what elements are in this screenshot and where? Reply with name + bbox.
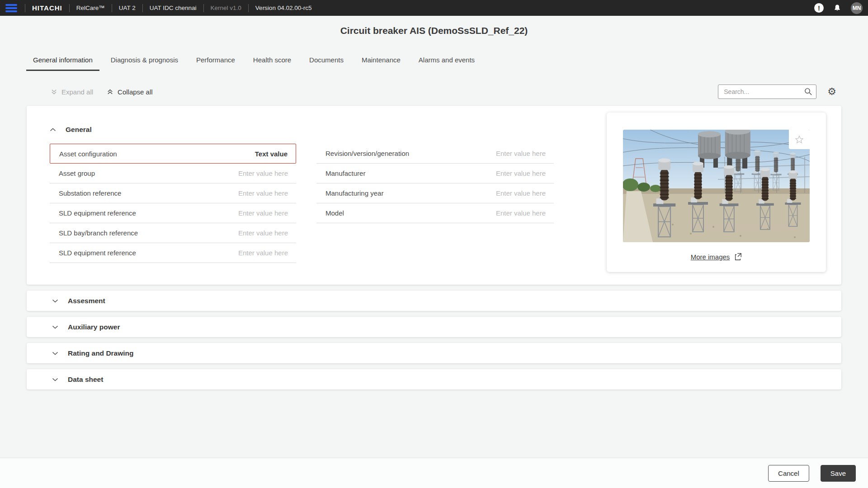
favorite-star-button[interactable]	[789, 130, 810, 149]
double-chevron-up-icon	[107, 89, 113, 95]
tenant-name: UAT IDC chennai	[150, 5, 197, 11]
hamburger-menu-icon[interactable]	[5, 3, 18, 13]
section-rating-and-drawing[interactable]: Rating and Drawing	[27, 343, 841, 363]
settings-gear-icon[interactable]: ⚙	[827, 87, 836, 97]
save-button[interactable]: Save	[821, 465, 856, 482]
field-manufacturer[interactable]: Manufacturer Enter value here	[316, 164, 554, 183]
section-assesment[interactable]: Assesment	[27, 291, 841, 311]
field-substation-reference[interactable]: Substation reference Enter value here	[50, 183, 296, 203]
chevron-up-icon	[50, 127, 56, 132]
expand-all-label: Expand all	[61, 88, 93, 96]
double-chevron-down-icon	[51, 89, 57, 95]
topbar-divider	[25, 4, 25, 12]
field-label: Revision/version/generation	[326, 150, 409, 157]
field-label: SLD equipment reference	[59, 249, 136, 257]
topbar-divider	[142, 4, 143, 12]
field-placeholder: Enter value here	[238, 189, 288, 197]
about-info-icon[interactable]: !	[814, 3, 824, 13]
asset-photo	[623, 130, 810, 242]
field-placeholder: Enter value here	[238, 169, 288, 177]
chevron-down-icon	[52, 325, 58, 329]
field-label: Substation reference	[59, 189, 121, 197]
expand-all-button[interactable]: Expand all	[51, 88, 93, 96]
field-revision-version-generation[interactable]: Revision/version/generation Enter value …	[316, 144, 554, 164]
field-placeholder: Enter value here	[238, 209, 288, 217]
user-avatar[interactable]: MN	[851, 2, 863, 14]
field-label: SLD bay/branch reference	[59, 229, 138, 237]
page-title: Circuit breaker AIS (DemoSsSLD_Ref_22)	[0, 25, 868, 36]
section-title: Auxiliary power	[68, 323, 120, 331]
search-icon[interactable]	[804, 87, 812, 96]
search-input[interactable]	[718, 84, 816, 99]
kernel-version: Kernel v1.0	[211, 5, 241, 11]
section-toolbar: Expand all Collapse all ⚙	[51, 84, 836, 99]
field-placeholder: Enter value here	[496, 169, 546, 177]
field-label: SLD equipment reference	[59, 209, 136, 217]
tab-bar: General information Diagnosis & prognosi…	[26, 56, 842, 71]
field-sld-equipment-reference-2[interactable]: SLD equipment reference Enter value here	[50, 243, 296, 263]
form-column-right: Revision/version/generation Enter value …	[316, 144, 554, 263]
section-title: General	[66, 126, 92, 134]
field-placeholder: Enter value here	[238, 249, 288, 257]
field-model[interactable]: Model Enter value here	[316, 203, 554, 223]
asset-image-card: More images	[607, 113, 826, 272]
more-images-link[interactable]: More images	[691, 253, 730, 261]
topbar-divider	[69, 4, 70, 12]
tab-documents[interactable]: Documents	[302, 56, 350, 71]
chevron-down-icon	[52, 299, 58, 303]
field-label: Manufacturing year	[326, 189, 383, 197]
field-value: Text value	[255, 150, 288, 158]
field-sld-equipment-reference[interactable]: SLD equipment reference Enter value here	[50, 203, 296, 223]
cancel-button[interactable]: Cancel	[768, 465, 809, 482]
product-name: RelCare™	[76, 5, 105, 11]
field-manufacturing-year[interactable]: Manufacturing year Enter value here	[316, 183, 554, 203]
field-placeholder: Enter value here	[238, 229, 288, 237]
top-app-bar: HITACHI RelCare™ UAT 2 UAT IDC chennai K…	[0, 0, 868, 16]
environment-name: UAT 2	[119, 5, 136, 11]
tab-general-information[interactable]: General information	[26, 56, 99, 71]
collapse-all-label: Collapse all	[118, 88, 153, 96]
field-placeholder: Enter value here	[496, 189, 546, 197]
external-link-icon[interactable]	[734, 253, 742, 261]
tab-maintenance[interactable]: Maintenance	[355, 56, 407, 71]
search-box	[718, 84, 816, 99]
field-label: Manufacturer	[326, 169, 365, 177]
section-auxiliary-power[interactable]: Auxiliary power	[27, 317, 841, 337]
chevron-down-icon	[52, 377, 58, 382]
action-footer: Cancel Save	[0, 458, 868, 488]
section-general: General Asset configuration Text value A…	[27, 106, 841, 285]
section-title: Data sheet	[68, 375, 103, 384]
field-label: Model	[326, 209, 344, 217]
field-placeholder: Enter value here	[496, 209, 546, 217]
main-content: General Asset configuration Text value A…	[27, 106, 841, 389]
section-title: Assesment	[68, 297, 105, 305]
tab-health-score[interactable]: Health score	[246, 56, 298, 71]
hitachi-logo: HITACHI	[32, 4, 62, 12]
tab-diagnosis-prognosis[interactable]: Diagnosis & prognosis	[104, 56, 185, 71]
field-label: Asset configuration	[59, 150, 117, 158]
topbar-divider	[203, 4, 204, 12]
star-icon	[794, 135, 804, 145]
tab-alarms-events[interactable]: Alarms and events	[412, 56, 481, 71]
app-version: Version 04.02.00-rc5	[255, 5, 312, 11]
tab-performance[interactable]: Performance	[189, 56, 242, 71]
field-asset-group[interactable]: Asset group Enter value here	[50, 164, 296, 183]
form-column-left: Asset configuration Text value Asset gro…	[50, 144, 296, 263]
field-sld-bay-branch-reference[interactable]: SLD bay/branch reference Enter value her…	[50, 223, 296, 243]
field-placeholder: Enter value here	[496, 150, 546, 157]
field-label: Asset group	[59, 169, 95, 177]
topbar-divider	[112, 4, 112, 12]
field-asset-configuration[interactable]: Asset configuration Text value	[50, 144, 296, 164]
chevron-down-icon	[52, 351, 58, 356]
notifications-bell-icon[interactable]	[833, 4, 842, 13]
collapse-all-button[interactable]: Collapse all	[107, 88, 153, 96]
section-data-sheet[interactable]: Data sheet	[27, 369, 841, 389]
section-title: Rating and Drawing	[68, 349, 134, 357]
topbar-divider	[248, 4, 249, 12]
